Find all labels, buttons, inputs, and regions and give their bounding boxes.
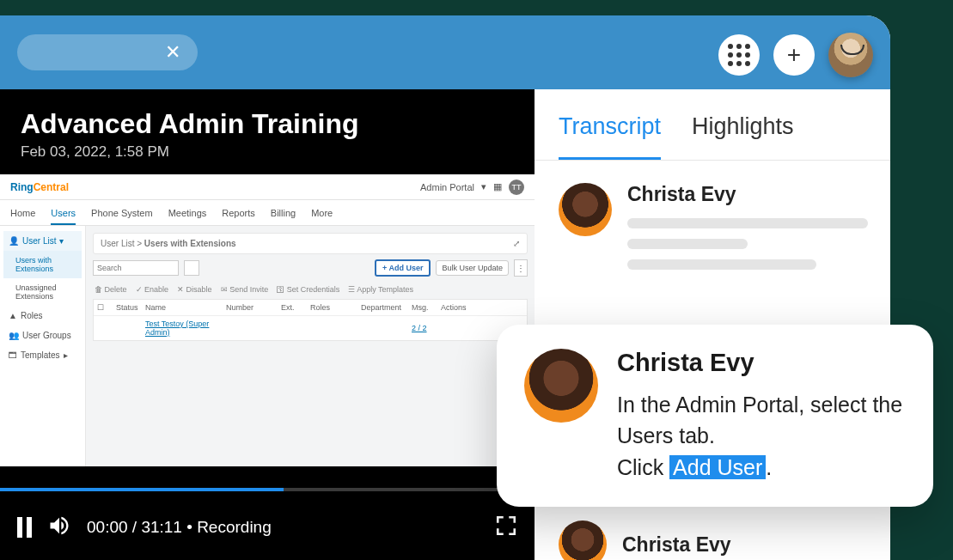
transcript-line: Click Add User. [617, 452, 906, 483]
progress-fill [0, 488, 284, 491]
rc-nav-more[interactable]: More [311, 208, 333, 218]
rc-nav-users[interactable]: Users [51, 208, 76, 225]
rc-table-header: ☐ Status Name Number Ext. Roles Departme… [94, 300, 527, 316]
bulk-update-button[interactable]: Bulk User Update [436, 260, 509, 276]
rc-sidebar: 👤 User List ▾ Users with Extensions Unas… [0, 226, 86, 466]
speaker-avatar [524, 349, 598, 423]
rc-search-input[interactable] [93, 260, 179, 276]
rc-row-actions: 🗑 Delete ✓ Enable ✕ Disable ✉ Send Invit… [93, 282, 528, 299]
progress-bar[interactable] [0, 488, 535, 491]
add-button[interactable]: + [773, 34, 815, 76]
transcript-list: Christa Evy [535, 161, 890, 335]
text-placeholder [627, 239, 748, 249]
transcript-entry[interactable]: Christa Evy [559, 520, 731, 560]
speaker-name: Christa Evy [622, 533, 731, 557]
table-row[interactable]: ☐ Test Testoy (Super Admin) (213) 296-08… [94, 316, 527, 340]
transcript-highlight-card: Christa Evy In the Admin Portal, select … [497, 325, 933, 507]
admin-portal-link[interactable]: Admin Portal [420, 182, 474, 192]
rc-side-groups[interactable]: 👥 User Groups [3, 326, 82, 345]
grid-icon[interactable]: ▦ [493, 181, 502, 192]
rc-side-unassigned[interactable]: Unassigned Extensions [3, 278, 82, 306]
rc-nav: Home Users Phone System Meetings Reports… [0, 200, 535, 226]
rc-main: User List > Users with Extensions ⤢ + Ad… [86, 226, 535, 466]
speaker-name: Christa Evy [627, 183, 868, 206]
dialpad-icon [728, 44, 750, 66]
add-user-button[interactable]: + Add User [375, 259, 431, 277]
transcript-entry[interactable]: Christa Evy [559, 183, 866, 280]
more-icon[interactable]: ⋮ [514, 259, 528, 277]
rc-side-users-ext[interactable]: Users with Extensions [3, 251, 82, 278]
rc-side-roles[interactable]: ▲ Roles [3, 306, 82, 326]
rc-top-bar: RingCentral Admin Portal ▾ ▦ TT [0, 174, 535, 200]
video-panel: Advanced Admin Training Feb 03, 2022, 1:… [0, 89, 535, 560]
rc-side-templates[interactable]: 🗔 Templates ▸ [3, 345, 82, 365]
transcript-tabs: Transcript Highlights [535, 89, 890, 161]
close-icon[interactable]: ✕ [165, 43, 180, 62]
highlighted-term[interactable]: Add User [669, 455, 766, 479]
video-date: Feb 03, 2022, 1:58 PM [0, 143, 535, 174]
search-input[interactable]: ✕ [17, 34, 198, 70]
dialpad-button[interactable] [718, 34, 760, 76]
video-title: Advanced Admin Training [0, 89, 535, 143]
speaker-avatar [559, 520, 607, 560]
text-placeholder [627, 218, 868, 228]
profile-avatar[interactable] [828, 33, 873, 77]
rc-breadcrumb: User List > Users with Extensions ⤢ [93, 233, 528, 254]
plus-icon: + [787, 41, 801, 69]
text-placeholder [627, 259, 816, 270]
rc-table: ☐ Status Name Number Ext. Roles Departme… [93, 299, 528, 341]
filter-icon[interactable] [184, 260, 199, 276]
speaker-avatar [559, 183, 612, 236]
top-right-controls: + [718, 33, 873, 77]
tab-transcript[interactable]: Transcript [559, 113, 661, 160]
fullscreen-button[interactable] [495, 514, 517, 541]
rc-logo: RingCentral [10, 181, 69, 193]
transcript-line: In the Admin Portal, select the Users ta… [617, 389, 906, 452]
time-display: 00:00 / 31:11 • Recording [87, 518, 272, 537]
tab-highlights[interactable]: Highlights [692, 113, 794, 160]
rc-user-badge[interactable]: TT [509, 180, 524, 195]
rc-nav-reports[interactable]: Reports [222, 208, 255, 218]
rc-side-userlist[interactable]: 👤 User List ▾ [3, 231, 82, 251]
rc-nav-billing[interactable]: Billing [271, 208, 296, 218]
rc-nav-phone[interactable]: Phone System [91, 208, 153, 218]
player-controls: 00:00 / 31:11 • Recording [0, 495, 535, 560]
rc-nav-meetings[interactable]: Meetings [168, 208, 207, 218]
shared-screen: RingCentral Admin Portal ▾ ▦ TT Home Use… [0, 174, 535, 466]
top-bar: ✕ + [0, 15, 890, 89]
rc-nav-home[interactable]: Home [10, 208, 35, 218]
expand-icon[interactable]: ⤢ [513, 239, 520, 248]
speaker-name: Christa Evy [617, 349, 906, 377]
volume-button[interactable] [47, 514, 71, 542]
pause-button[interactable] [17, 517, 32, 538]
